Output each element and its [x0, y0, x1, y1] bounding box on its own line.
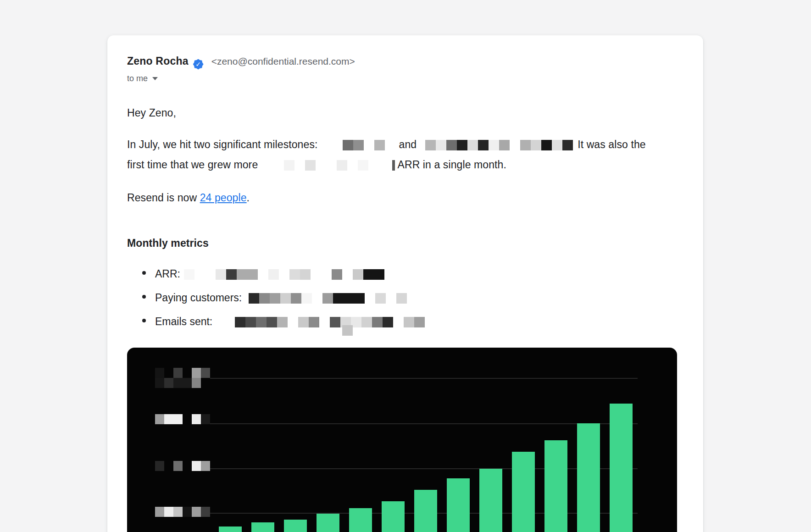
paragraph-line-1: In July, we hit two significant mileston… [127, 137, 646, 152]
redaction-pixel [291, 293, 301, 304]
redacted-emails-value [235, 317, 425, 327]
bullet-dot [142, 271, 146, 275]
redaction-pixel [258, 269, 268, 280]
redaction-pixel [562, 140, 573, 150]
redaction-pixel [368, 160, 379, 171]
sender-address: <zeno@confidential.resend.com> [211, 56, 355, 66]
redaction-pixel [267, 317, 277, 327]
redacted-milestone-1 [343, 140, 385, 150]
redaction-pixel [365, 293, 375, 304]
greeting-line: Hey Zeno, [127, 105, 176, 121]
para2-text-after: ARR in a single month. [398, 159, 506, 171]
redaction-pixel [173, 414, 183, 424]
redaction-pixel [344, 293, 354, 304]
redacted-milestone-2 [425, 140, 573, 150]
redaction-pixel [192, 368, 201, 378]
redaction-pixel [396, 293, 407, 304]
redaction-pixel [226, 269, 237, 280]
bar [317, 514, 339, 532]
redaction-pixel [184, 269, 194, 280]
paragraph-line-2: first time that we grew more ARR in a si… [127, 157, 506, 172]
redaction-pixel [499, 140, 510, 150]
redacted-ytick-3 [155, 461, 210, 471]
redaction-pixel [173, 461, 183, 471]
redaction-pixel [164, 368, 173, 378]
para1-text-after: It was also the [578, 139, 646, 150]
redaction-pixel [294, 160, 305, 171]
bullet-emails-label: Emails sent: [155, 316, 212, 327]
redaction-pixel [289, 269, 300, 280]
gridline [210, 423, 638, 424]
redacted-ytick-4 [155, 507, 210, 517]
redaction-pixel [201, 368, 210, 378]
redaction-pixel [322, 293, 333, 304]
redacted-emails-overhang [342, 325, 353, 336]
redaction-pixel [249, 293, 259, 304]
screenshot-stage: Zeno Rocha✓<zeno@confidential.resend.com… [0, 0, 811, 532]
redaction-pixel [393, 317, 404, 327]
redaction-pixel [164, 507, 173, 517]
bar [382, 501, 405, 532]
redaction-pixel [326, 160, 337, 171]
redaction-pixel [270, 293, 280, 304]
redaction-pixel [201, 461, 210, 471]
redaction-pixel [332, 269, 342, 280]
redaction-pixel [183, 378, 192, 388]
redaction-pixel [173, 378, 183, 388]
redaction-pixel [192, 378, 201, 388]
redaction-pixel [192, 414, 201, 424]
sender-name: Zeno Rocha [127, 55, 189, 67]
people-count-link[interactable]: 24 people [200, 192, 247, 204]
redacted-ytick-1a [155, 368, 210, 378]
redaction-pixel [386, 293, 396, 304]
redaction-pixel [183, 368, 192, 378]
redaction-pixel [205, 269, 216, 280]
redaction-pixel [155, 461, 164, 471]
redaction-pixel [342, 325, 353, 336]
redaction-pixel [194, 269, 205, 280]
verified-badge-icon: ✓ [193, 59, 204, 70]
recipient-dropdown[interactable]: to me [127, 73, 158, 84]
redaction-pixel [305, 160, 316, 171]
redaction-pixel [235, 317, 245, 327]
redaction-pixel [330, 317, 340, 327]
email-card: Zeno Rocha✓<zeno@confidential.resend.com… [107, 35, 703, 532]
bar [544, 440, 567, 532]
redaction-pixel [164, 461, 173, 471]
redaction-pixel [531, 140, 541, 150]
redaction-pixel [300, 269, 311, 280]
redaction-pixel [363, 269, 374, 280]
redaction-pixel [347, 160, 358, 171]
chevron-down-icon [152, 77, 158, 80]
bullet-paying-customers: Paying customers: [142, 291, 407, 305]
redaction-pixel [375, 293, 386, 304]
redaction-pixel [192, 507, 201, 517]
redaction-pixel [201, 414, 210, 424]
redaction-pixel [467, 140, 478, 150]
redaction-pixel [383, 317, 393, 327]
redaction-pixel [201, 378, 210, 388]
redaction-pixel [414, 317, 425, 327]
redaction-pixel [311, 269, 321, 280]
bar [479, 469, 502, 532]
redaction-pixel [361, 317, 372, 327]
redaction-pixel [552, 140, 562, 150]
redaction-pixel [183, 461, 192, 471]
bullet-dot [142, 295, 146, 299]
redaction-pixel [321, 269, 332, 280]
redacted-customers-value [249, 293, 407, 304]
redaction-pixel [155, 414, 164, 424]
redaction-pixel [201, 507, 210, 517]
redaction-sliver [392, 160, 395, 171]
bar [219, 526, 242, 532]
redaction-pixel [216, 269, 226, 280]
redaction-pixel [155, 368, 164, 378]
redaction-pixel [268, 269, 279, 280]
checkmark-glyph: ✓ [195, 61, 201, 67]
gridline [210, 378, 638, 379]
redaction-pixel [374, 269, 384, 280]
redaction-pixel [354, 293, 365, 304]
redaction-pixel [446, 140, 457, 150]
redaction-pixel [510, 140, 520, 150]
sender-row: Zeno Rocha✓<zeno@confidential.resend.com… [127, 54, 355, 68]
